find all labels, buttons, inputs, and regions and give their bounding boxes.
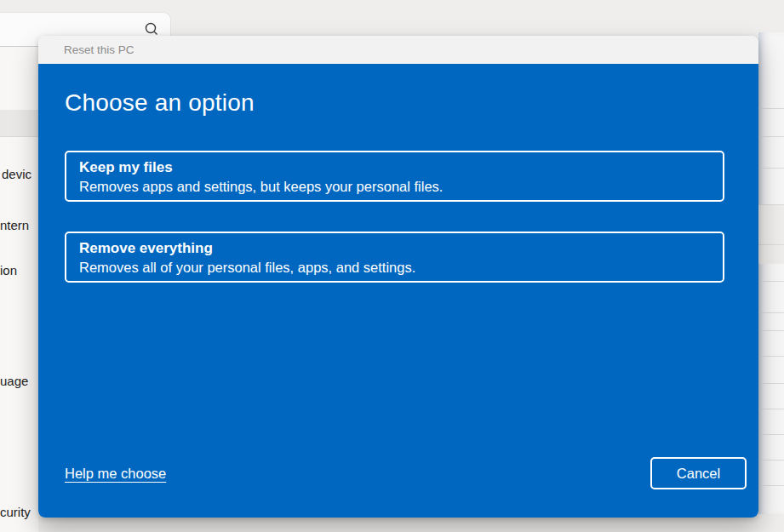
cancel-button[interactable]: Cancel [650,457,747,489]
reset-this-pc-dialog: Reset this PC Choose an option Keep my f… [38,36,758,518]
settings-content-rows-strip [758,32,784,514]
row-divider [758,409,784,409]
row-divider [758,244,784,245]
option-title: Keep my files [79,157,710,177]
row-divider [758,460,784,460]
option-title: Remove everything [79,238,710,258]
row-divider [758,168,784,169]
settings-row-highlight [758,204,784,264]
row-divider [758,383,784,384]
option-remove-everything[interactable]: Remove everything Removes all of your pe… [65,232,724,283]
row-divider [758,108,784,109]
sidebar-selected-row [0,110,38,137]
row-divider [758,330,784,331]
row-divider [758,485,784,486]
sidebar-item-network-internet[interactable]: ntern [0,218,37,233]
row-divider [758,434,784,435]
dialog-heading: Choose an option [65,86,732,120]
row-divider [758,312,784,313]
dialog-titlebar: Reset this PC [38,36,758,64]
search-icon[interactable] [144,21,159,37]
dialog-body: Choose an option Keep my files Removes a… [38,64,758,518]
options-group: Keep my files Removes apps and settings,… [65,151,732,312]
row-divider [758,356,784,357]
row-divider [758,281,784,282]
sidebar-item-devices[interactable]: devic [2,167,39,182]
sidebar-item-time-language[interactable]: uage [0,374,37,389]
sidebar-item-privacy-security[interactable]: curity [0,505,37,520]
dialog-title: Reset this PC [64,43,134,56]
option-description: Removes apps and settings, but keeps you… [79,177,710,197]
option-keep-my-files[interactable]: Keep my files Removes apps and settings,… [65,151,724,202]
sidebar-item-personalization[interactable]: ion [0,263,37,278]
row-divider [758,204,784,205]
help-me-choose-link[interactable]: Help me choose [65,466,166,482]
row-divider [758,136,784,137]
option-description: Removes all of your personal files, apps… [79,258,710,277]
dialog-footer: Help me choose Cancel [65,457,732,489]
